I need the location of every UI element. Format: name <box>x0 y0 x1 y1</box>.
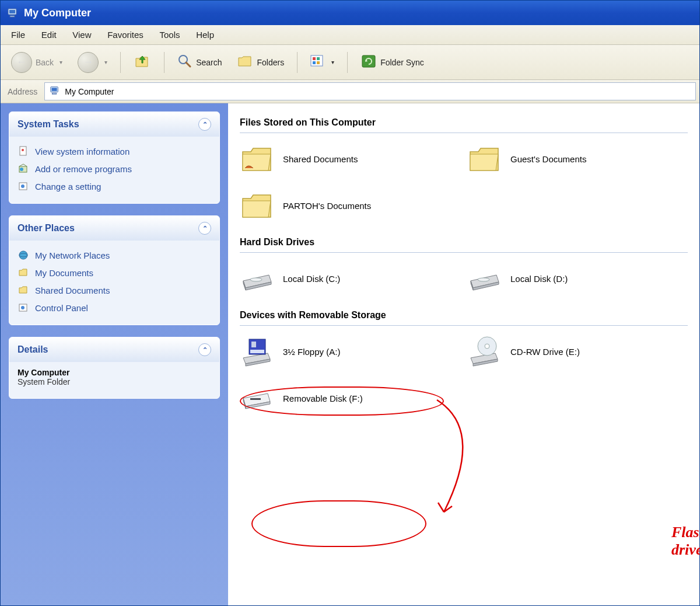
forward-arrow-icon: → <box>78 52 99 73</box>
my-computer-icon <box>50 85 60 97</box>
menu-bar: File Edit View Favorites Tools Help <box>1 25 699 45</box>
titlebar[interactable]: My Computer <box>1 1 699 25</box>
system-tasks-panel: System Tasks ⌃ View system information A… <box>9 112 220 204</box>
floppy-a-item[interactable]: 3½ Floppy (A:) <box>240 334 432 369</box>
removable-section-header: Devices with Removable Storage <box>240 308 688 326</box>
hdd-section-header: Hard Disk Drives <box>240 235 688 253</box>
network-icon <box>18 249 29 261</box>
details-panel: Details ⌃ My Computer System Folder <box>9 337 220 399</box>
menu-tools[interactable]: Tools <box>152 27 187 42</box>
address-bar: Address My Computer <box>1 80 699 103</box>
details-header[interactable]: Details ⌃ <box>9 337 219 362</box>
system-tasks-title: System Tasks <box>18 119 79 130</box>
item-label: Local Disk (D:) <box>510 274 568 284</box>
files-grid: Shared Documents Guest's Documents <box>240 141 688 223</box>
link-label: Add or remove programs <box>35 164 132 174</box>
collapse-icon[interactable]: ⌃ <box>198 118 211 131</box>
details-item-title: My Computer <box>18 368 211 377</box>
search-label: Search <box>196 58 222 67</box>
collapse-icon[interactable]: ⌃ <box>198 343 211 356</box>
link-label: My Documents <box>35 268 93 278</box>
hard-drive-icon <box>467 261 502 296</box>
menu-favorites[interactable]: Favorites <box>100 27 150 42</box>
shared-documents-item[interactable]: Shared Documents <box>240 141 432 176</box>
views-button[interactable]: ▾ <box>306 53 339 72</box>
window-title: My Computer <box>24 7 91 19</box>
change-setting-link[interactable]: Change a setting <box>18 177 211 195</box>
svg-rect-7 <box>317 57 320 60</box>
other-places-body: My Network Places My Documents Shared Do… <box>9 241 219 325</box>
folder-icon <box>240 188 275 223</box>
menu-view[interactable]: View <box>65 27 98 42</box>
svg-rect-10 <box>362 55 375 67</box>
menu-file[interactable]: File <box>4 27 32 42</box>
folder-sync-icon <box>360 54 377 71</box>
other-places-header[interactable]: Other Places ⌃ <box>9 216 219 241</box>
svg-rect-9 <box>317 61 320 64</box>
control-panel-link[interactable]: Control Panel <box>18 299 211 316</box>
svg-rect-12 <box>52 88 57 91</box>
up-button[interactable] <box>129 50 156 74</box>
add-remove-programs-link[interactable]: Add or remove programs <box>18 160 211 177</box>
back-button[interactable]: ← Back ▾ <box>6 50 67 75</box>
svg-rect-13 <box>52 93 57 95</box>
annotation-circle-item <box>251 500 426 547</box>
system-tasks-body: View system information Add or remove pr… <box>9 137 219 203</box>
folder-icon <box>18 284 29 296</box>
svg-line-4 <box>186 62 190 67</box>
svg-rect-28 <box>250 350 264 353</box>
partoh-documents-item[interactable]: PARTOH's Documents <box>240 188 432 223</box>
annotation-circle-header <box>240 386 444 416</box>
files-section-header: Files Stored on This Computer <box>240 115 688 133</box>
folders-button[interactable]: Folders <box>232 51 289 73</box>
search-icon <box>177 54 192 71</box>
search-button[interactable]: Search <box>173 51 226 73</box>
item-label: 3½ Floppy (A:) <box>283 347 340 357</box>
cd-drive-icon <box>467 334 502 369</box>
back-label: Back <box>36 58 54 67</box>
annotation-label: Flash drive <box>671 524 700 559</box>
task-pane: System Tasks ⌃ View system information A… <box>1 103 228 605</box>
views-icon <box>310 55 326 69</box>
svg-point-25 <box>478 278 489 281</box>
my-computer-icon <box>6 6 19 19</box>
forward-button[interactable]: → ▾ <box>73 50 112 75</box>
separator <box>164 52 164 73</box>
address-field[interactable]: My Computer <box>44 82 696 100</box>
svg-rect-6 <box>313 57 316 60</box>
content-pane: Files Stored on This Computer Shared Doc… <box>228 103 699 605</box>
folders-label: Folders <box>257 58 284 67</box>
system-tasks-header[interactable]: System Tasks ⌃ <box>9 112 219 137</box>
item-label: CD-RW Drive (E:) <box>510 347 580 357</box>
floppy-drive-icon <box>240 334 275 369</box>
link-label: View system information <box>35 147 130 156</box>
local-disk-c-item[interactable]: Local Disk (C:) <box>240 261 432 296</box>
hdd-grid: Local Disk (C:) Local Disk (D:) <box>240 261 688 296</box>
network-places-link[interactable]: My Network Places <box>18 246 211 264</box>
folder-sync-button[interactable]: Folder Sync <box>356 51 429 73</box>
cd-rw-e-item[interactable]: CD-RW Drive (E:) <box>467 334 660 369</box>
box-icon <box>18 163 29 175</box>
link-label: Control Panel <box>35 303 88 313</box>
control-panel-icon <box>18 180 29 192</box>
back-arrow-icon: ← <box>11 52 32 73</box>
my-documents-link[interactable]: My Documents <box>18 264 211 281</box>
up-folder-icon <box>134 53 151 72</box>
details-title: Details <box>18 344 48 355</box>
item-label: Shared Documents <box>283 154 358 164</box>
item-label: Local Disk (C:) <box>283 274 340 284</box>
guests-documents-item[interactable]: Guest's Documents <box>467 141 660 176</box>
local-disk-d-item[interactable]: Local Disk (D:) <box>467 261 660 296</box>
menu-help[interactable]: Help <box>189 27 221 42</box>
folder-sync-label: Folder Sync <box>380 58 424 67</box>
menu-edit[interactable]: Edit <box>34 27 64 42</box>
toolbar: ← Back ▾ → ▾ Search <box>1 45 699 80</box>
address-value: My Computer <box>65 87 114 96</box>
collapse-icon[interactable]: ⌃ <box>198 222 211 235</box>
shared-documents-link[interactable]: Shared Documents <box>18 281 211 299</box>
control-panel-icon <box>18 302 29 314</box>
explorer-window: My Computer File Edit View Favorites Too… <box>0 0 700 606</box>
view-system-info-link[interactable]: View system information <box>18 142 211 160</box>
svg-point-30 <box>485 344 489 349</box>
views-dropdown-icon: ▾ <box>331 59 334 65</box>
